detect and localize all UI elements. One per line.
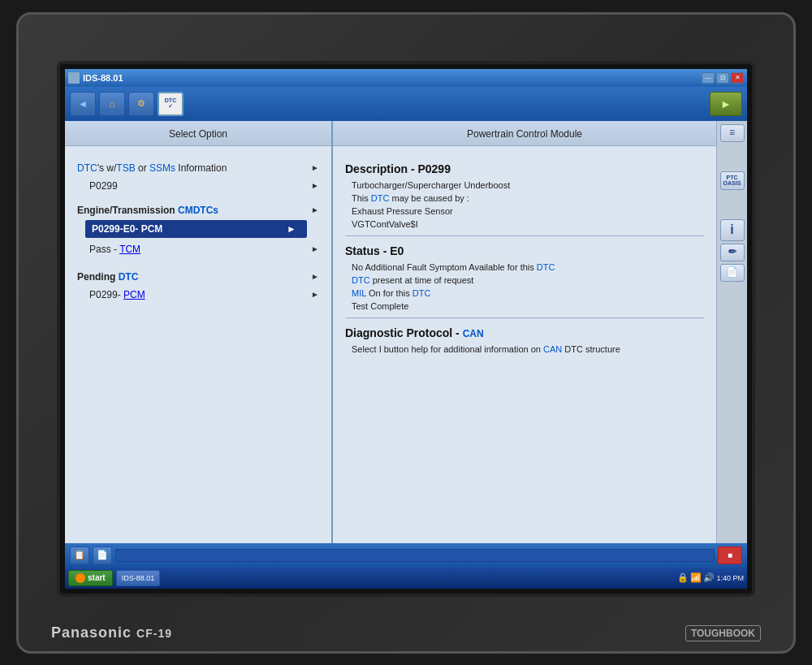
right-panel-header: Powertrain Control Module bbox=[333, 121, 716, 146]
arrow-icon-sub-1: ► bbox=[311, 181, 319, 190]
edit-button[interactable]: ✏ bbox=[720, 244, 745, 261]
dtc-link-status-1[interactable]: DTC bbox=[537, 262, 555, 272]
minimize-button[interactable]: — bbox=[702, 72, 715, 84]
arrow-icon-pcm: ► bbox=[311, 290, 319, 299]
menu-sub-p0299-1[interactable]: P0299 ► bbox=[89, 178, 323, 194]
system-time: 1:40 PM bbox=[716, 574, 744, 582]
status-icon-2[interactable]: 📄 bbox=[93, 546, 112, 564]
can-link-title[interactable]: CAN bbox=[463, 328, 484, 339]
document-button[interactable]: 📄 bbox=[720, 264, 745, 282]
dtc-badge-check: ✓ bbox=[168, 103, 173, 110]
model-label: TOUGHBOOK bbox=[685, 625, 761, 641]
taskbar-ids-item[interactable]: IDS-88.01 bbox=[116, 570, 161, 586]
screen: IDS-88.01 — ⊡ ✕ DTC ✓ ► bbox=[65, 69, 747, 589]
next-button[interactable]: ► bbox=[710, 92, 742, 116]
menu-item-pending-label: Pending DTC bbox=[77, 271, 138, 283]
arrow-icon-2: ► bbox=[311, 205, 319, 214]
taskbar-ids-label: IDS-88.01 bbox=[122, 574, 155, 582]
status-complete: Test Complete bbox=[345, 301, 704, 311]
right-panel-title: Powertrain Control Module bbox=[467, 128, 582, 140]
title-bar: IDS-88.01 — ⊡ ✕ bbox=[65, 69, 747, 87]
menu-sub-p0299-1-label: P0299 bbox=[89, 180, 118, 192]
left-panel-title: Select Option bbox=[169, 128, 227, 140]
menu-item-cmdtcs[interactable]: Engine/Transmission CMDTCs ► bbox=[77, 201, 323, 220]
tcm-link[interactable]: TCM bbox=[119, 244, 140, 255]
windows-icon bbox=[76, 573, 85, 583]
home-button[interactable] bbox=[99, 92, 125, 116]
dtc-badge: DTC ✓ bbox=[158, 92, 184, 116]
arrow-icon-tcm: ► bbox=[311, 244, 319, 253]
stop-button[interactable]: ■ bbox=[718, 546, 742, 564]
mil-link[interactable]: MIL bbox=[352, 288, 366, 298]
status-bar: 📋 📄 ■ bbox=[65, 543, 747, 568]
menu-item-dtc-tsb[interactable]: DTC's w/TSB or SSMs Information ► bbox=[77, 158, 323, 178]
menu-item-pending[interactable]: Pending DTC ► bbox=[77, 267, 323, 287]
tools-button[interactable] bbox=[128, 92, 154, 116]
desc-caused-by: This DTC may be caused by : bbox=[345, 193, 704, 203]
menu-sub-2: P0299-E0- PCM ► Pass - TCM ► bbox=[77, 220, 323, 261]
status-icon-1[interactable]: 📋 bbox=[70, 546, 89, 564]
brand-label: Panasonic CF-19 bbox=[51, 624, 172, 641]
dtc-link-desc[interactable]: DTC bbox=[371, 193, 390, 203]
ptc-oasis-button[interactable]: PTC OASIS bbox=[720, 171, 745, 190]
network-icon: 📶 bbox=[690, 572, 702, 583]
arrow-icon-1: ► bbox=[311, 163, 319, 172]
toolbar: DTC ✓ ► bbox=[65, 87, 747, 121]
left-panel-header: Select Option bbox=[65, 121, 331, 146]
selected-p0299-pcm-label: P0299-E0- PCM bbox=[92, 223, 162, 235]
menu-sub-pass-tcm[interactable]: Pass - TCM ► bbox=[89, 241, 323, 257]
toughbook-device: IDS-88.01 — ⊡ ✕ DTC ✓ ► bbox=[16, 12, 796, 654]
menu-sub-p0299-pcm-label: P0299- PCM bbox=[89, 289, 145, 300]
edit-icon: ✏ bbox=[728, 247, 736, 257]
document-icon: 📄 bbox=[726, 267, 738, 278]
engine-section-title: Engine/Transmission CMDTCs bbox=[77, 205, 218, 216]
divider-1 bbox=[345, 235, 704, 236]
menu-sub-p0299-pcm[interactable]: P0299- PCM ► bbox=[89, 287, 323, 303]
desc-vgt: VGTContValve$I bbox=[345, 219, 704, 229]
dtc-link-pending[interactable]: DTC bbox=[119, 271, 139, 283]
screen-bezel: IDS-88.01 — ⊡ ✕ DTC ✓ ► bbox=[57, 61, 755, 597]
start-button[interactable]: start bbox=[68, 570, 113, 586]
cmdtcs-link[interactable]: CMDTCs bbox=[178, 205, 218, 216]
dtc-badge-text: DTC bbox=[165, 97, 176, 103]
ptc-label: PTC bbox=[727, 175, 738, 181]
system-tray: 🔒 📶 🔊 1:40 PM bbox=[677, 572, 744, 583]
can-link-desc[interactable]: CAN bbox=[543, 344, 562, 354]
right-panel: Powertrain Control Module Description - … bbox=[333, 121, 716, 543]
tsb-link[interactable]: TSB bbox=[116, 162, 135, 174]
title-bar-controls: — ⊡ ✕ bbox=[702, 72, 744, 84]
app-icon bbox=[68, 72, 80, 84]
list-icon: ≡ bbox=[729, 127, 735, 138]
dtc-link-status-3[interactable]: DTC bbox=[412, 288, 431, 298]
protocol-title: Diagnostic Protocol - CAN bbox=[345, 326, 704, 339]
start-label: start bbox=[88, 573, 106, 582]
list-view-button[interactable]: ≡ bbox=[720, 124, 745, 142]
status-no-fault: No Additional Fault Symptom Available fo… bbox=[345, 262, 704, 272]
ssms-link[interactable]: SSMs bbox=[149, 162, 175, 174]
menu-sub-3: P0299- PCM ► bbox=[77, 287, 323, 306]
oasis-label: OASIS bbox=[723, 180, 741, 187]
menu-sub-pass-tcm-label: Pass - TCM bbox=[89, 244, 140, 255]
dtc-link-1[interactable]: DTC bbox=[77, 162, 97, 174]
desc-underboost: Turbocharger/Supercharger Underboost bbox=[345, 180, 704, 190]
back-button[interactable] bbox=[70, 92, 96, 116]
side-buttons-panel: ≡ PTC OASIS i ✏ 📄 bbox=[716, 121, 747, 543]
maximize-button[interactable]: ⊡ bbox=[716, 72, 729, 84]
selected-p0299-pcm[interactable]: P0299-E0- PCM ► bbox=[85, 220, 307, 238]
main-content: Select Option DTC's w/TSB or SSMs Inform… bbox=[65, 121, 747, 543]
description-title: Description - P0299 bbox=[345, 162, 704, 175]
info-button[interactable]: i bbox=[720, 219, 745, 241]
pcm-link[interactable]: PCM bbox=[123, 289, 145, 300]
close-button[interactable]: ✕ bbox=[731, 72, 744, 84]
left-panel-content: DTC's w/TSB or SSMs Information ► P0299 … bbox=[65, 146, 331, 543]
menu-sub-1: P0299 ► bbox=[77, 178, 323, 197]
info-icon: i bbox=[730, 222, 733, 237]
menu-item-dtc-tsb-label: DTC's w/TSB or SSMs Information bbox=[77, 162, 227, 174]
status-present: DTC present at time of request bbox=[345, 275, 704, 285]
dtc-link-status-2[interactable]: DTC bbox=[352, 275, 370, 285]
right-panel-content: Description - P0299 Turbocharger/Superch… bbox=[333, 146, 716, 543]
lock-icon: 🔒 bbox=[677, 572, 689, 583]
status-mil: MIL On for this DTC bbox=[345, 288, 704, 298]
taskbar: start IDS-88.01 🔒 📶 🔊 1:40 PM bbox=[65, 568, 747, 589]
title-bar-left: IDS-88.01 bbox=[68, 72, 123, 84]
